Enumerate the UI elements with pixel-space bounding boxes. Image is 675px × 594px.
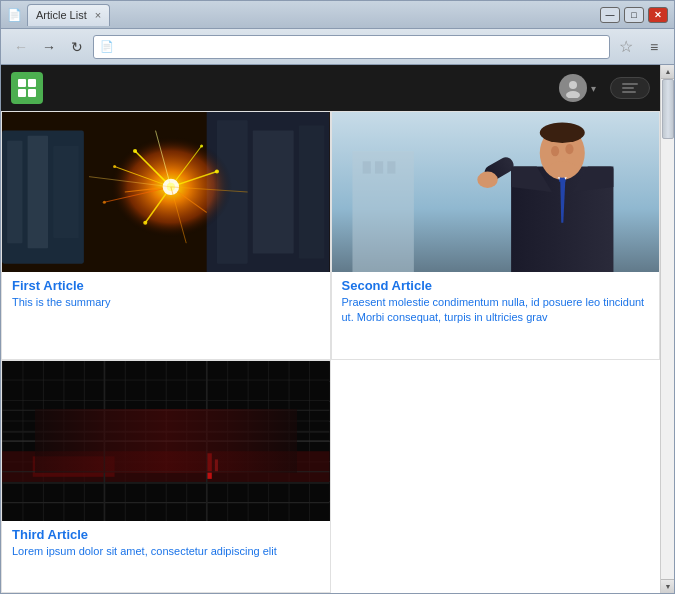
svg-point-25 (133, 149, 137, 153)
logo-cell-2 (28, 79, 36, 87)
svg-rect-38 (374, 161, 382, 173)
browser-content: ▾ (1, 65, 674, 593)
article-image-second (332, 112, 660, 272)
title-bar: 📄 Article List × — □ ✕ (1, 1, 674, 29)
svg-rect-58 (215, 459, 218, 471)
forward-button[interactable]: → (37, 35, 61, 59)
svg-point-42 (539, 122, 584, 142)
menu-button[interactable]: ≡ (642, 35, 666, 59)
browser-tab[interactable]: Article List × (27, 4, 110, 26)
business-image (332, 112, 660, 272)
second-article-summary: Praesent molestie condimentum nulla, id … (332, 295, 660, 336)
address-bar[interactable]: 📄 (93, 35, 610, 59)
svg-rect-60 (2, 482, 330, 484)
tab-close-btn[interactable]: × (95, 9, 101, 21)
scroll-thumb[interactable] (662, 79, 674, 139)
minimize-button[interactable]: — (600, 7, 620, 23)
browser-window: 📄 Article List × — □ ✕ ← → ↻ 📄 ☆ ≡ (0, 0, 675, 594)
svg-rect-55 (2, 451, 330, 482)
search-button[interactable] (610, 77, 650, 99)
svg-rect-39 (387, 161, 395, 173)
svg-rect-2 (622, 83, 638, 85)
scroll-down-button[interactable]: ▼ (661, 579, 674, 593)
svg-point-28 (103, 201, 106, 204)
svg-point-26 (113, 165, 116, 168)
article-image-first (2, 112, 330, 272)
back-button[interactable]: ← (9, 35, 33, 59)
reload-button[interactable]: ↻ (65, 35, 89, 59)
avatar-chevron-icon: ▾ (591, 83, 596, 94)
svg-rect-59 (2, 430, 330, 432)
first-article-summary: This is the summary (2, 295, 330, 320)
tab-label: Article List (36, 9, 87, 21)
window-controls: — □ ✕ (600, 7, 668, 23)
svg-rect-9 (53, 146, 79, 238)
factory-image (2, 112, 330, 272)
svg-point-0 (569, 81, 577, 89)
app-header: ▾ (1, 65, 660, 111)
svg-rect-37 (362, 161, 370, 173)
svg-rect-54 (2, 361, 330, 521)
article-image-third (2, 361, 330, 521)
avatar[interactable] (559, 74, 587, 102)
first-article-title[interactable]: First Article (2, 272, 330, 295)
svg-point-29 (200, 144, 203, 147)
svg-point-43 (551, 146, 559, 156)
svg-rect-3 (622, 87, 634, 89)
logo-cell-1 (18, 79, 26, 87)
grid-image (2, 361, 330, 521)
logo-cell-4 (28, 89, 36, 97)
webpage: ▾ (1, 65, 660, 593)
scrollbar[interactable]: ▲ ▼ (660, 65, 674, 593)
svg-rect-4 (622, 91, 636, 93)
third-article-title[interactable]: Third Article (2, 521, 330, 544)
svg-point-49 (477, 172, 497, 188)
logo-cell-3 (18, 89, 26, 97)
svg-point-44 (565, 144, 573, 154)
svg-point-1 (566, 91, 580, 98)
svg-point-50 (547, 161, 576, 177)
svg-rect-7 (7, 141, 22, 243)
svg-point-30 (215, 169, 219, 173)
svg-rect-13 (299, 125, 325, 258)
bookmark-button[interactable]: ☆ (614, 35, 638, 59)
svg-rect-12 (253, 131, 294, 254)
svg-point-27 (143, 221, 147, 225)
maximize-button[interactable]: □ (624, 7, 644, 23)
second-article-title[interactable]: Second Article (332, 272, 660, 295)
article-card-first[interactable]: First Article This is the summary (1, 111, 331, 360)
articles-grid: First Article This is the summary (1, 111, 660, 593)
svg-rect-8 (28, 136, 48, 249)
article-card-third[interactable]: Third Article Lorem ipsum dolor sit amet… (1, 360, 331, 593)
scroll-up-button[interactable]: ▲ (661, 65, 674, 79)
svg-rect-56 (33, 456, 115, 476)
page-icon: 📄 (100, 40, 114, 53)
third-article-summary: Lorem ipsum dolor sit amet, consectetur … (2, 544, 330, 569)
logo-grid (18, 79, 36, 97)
app-logo[interactable] (11, 72, 43, 104)
scroll-track[interactable] (661, 79, 674, 579)
tab-new-icon: 📄 (7, 8, 21, 22)
close-button[interactable]: ✕ (648, 7, 668, 23)
article-card-second[interactable]: Second Article Praesent molestie condime… (331, 111, 661, 360)
navigation-bar: ← → ↻ 📄 ☆ ≡ (1, 29, 674, 65)
